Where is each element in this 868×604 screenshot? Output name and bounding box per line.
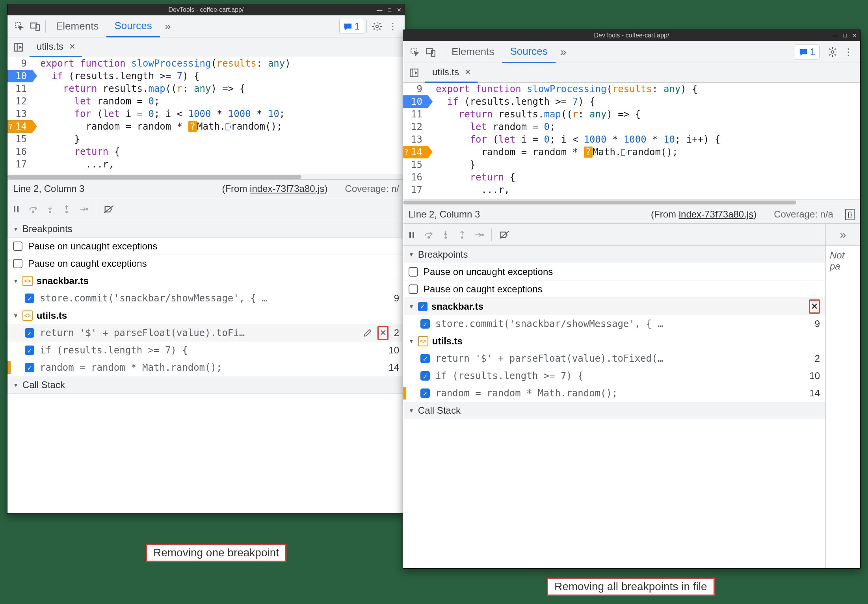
- code-content[interactable]: export function slowProcessing(results: …: [32, 57, 291, 174]
- breakpoint-group-utils[interactable]: ▼ <> utils.ts: [7, 307, 405, 324]
- tab-sources[interactable]: Sources: [106, 15, 160, 37]
- device-toggle-icon[interactable]: [27, 19, 43, 34]
- navigator-toggle-icon[interactable]: [406, 65, 422, 81]
- breakpoint-item[interactable]: ✓ if (results.length >= 7) { 10: [403, 367, 825, 385]
- close-tab-icon[interactable]: ✕: [465, 67, 471, 77]
- svg-point-28: [461, 237, 463, 238]
- file-tab-utils[interactable]: utils.ts ✕: [30, 37, 82, 57]
- minimize-icon[interactable]: —: [833, 32, 838, 39]
- callstack-section-header[interactable]: ▼ Call Stack: [403, 402, 825, 419]
- svg-point-3: [376, 25, 379, 28]
- more-icon[interactable]: »: [826, 224, 860, 246]
- breakpoint-item[interactable]: ✓ store.commit('snackbar/showMessage', {…: [403, 315, 825, 333]
- settings-icon[interactable]: [825, 44, 840, 60]
- pause-icon[interactable]: [407, 230, 416, 240]
- breakpoint-group-snackbar-hovered[interactable]: ▼ ✓ snackbar.ts ✕: [403, 298, 825, 315]
- breakpoint-item-hovered[interactable]: ✓ return '$' + parseFloat(value).toFi… ✕…: [7, 324, 405, 342]
- pause-caught-row[interactable]: Pause on caught exceptions: [7, 255, 405, 272]
- tab-elements[interactable]: Elements: [48, 15, 106, 37]
- inspect-icon[interactable]: [11, 19, 27, 34]
- inline-breakpoint-q-icon[interactable]: ?: [584, 147, 593, 158]
- gutter[interactable]: 9 10 11 12 13 ?14 15 16 17: [7, 57, 32, 174]
- close-icon[interactable]: ✕: [852, 32, 857, 39]
- step-icon[interactable]: [78, 204, 89, 214]
- kebab-menu-icon[interactable]: ⋮: [840, 44, 856, 60]
- inline-breakpoint-icon[interactable]: [225, 123, 231, 130]
- breakpoint-item[interactable]: ✓ random = random * Math.random(); 14: [7, 359, 405, 376]
- checkbox-checked-icon[interactable]: ✓: [420, 388, 430, 398]
- checkbox-unchecked-icon[interactable]: [13, 259, 22, 268]
- checkbox-checked-icon[interactable]: ✓: [25, 363, 34, 372]
- checkbox-checked-icon[interactable]: ✓: [420, 319, 430, 329]
- settings-icon[interactable]: [369, 19, 385, 34]
- pause-icon[interactable]: [11, 204, 21, 214]
- step-out-icon[interactable]: [62, 204, 71, 214]
- horizontal-scrollbar[interactable]: [403, 199, 860, 205]
- main-toolbar: Elements Sources » 1 ⋮: [7, 15, 405, 37]
- horizontal-scrollbar[interactable]: [7, 174, 405, 179]
- device-toggle-icon[interactable]: [423, 44, 439, 60]
- remove-all-breakpoints-button[interactable]: ✕: [809, 299, 820, 314]
- breakpoint-item[interactable]: ✓ if (results.length >= 7) { 10: [7, 342, 405, 359]
- breakpoint-group-utils[interactable]: ▼ <> utils.ts: [403, 333, 825, 350]
- step-over-icon[interactable]: [28, 204, 38, 214]
- step-into-icon[interactable]: [45, 204, 55, 214]
- checkbox-checked-icon[interactable]: ✓: [420, 354, 430, 363]
- console-messages-badge[interactable]: 1: [795, 45, 820, 59]
- maximize-icon[interactable]: □: [388, 7, 391, 13]
- remove-breakpoint-button[interactable]: ✕: [377, 326, 388, 340]
- checkbox-checked-icon[interactable]: ✓: [25, 294, 34, 303]
- checkbox-checked-icon[interactable]: ✓: [418, 302, 427, 311]
- file-tab-utils[interactable]: utils.ts ✕: [425, 63, 478, 83]
- pause-uncaught-row[interactable]: Pause on uncaught exceptions: [7, 238, 405, 255]
- typescript-file-icon: <>: [418, 336, 428, 346]
- breakpoints-section-header[interactable]: ▼ Breakpoints: [7, 220, 405, 238]
- pause-caught-row[interactable]: Pause on caught exceptions: [403, 281, 825, 298]
- debugger-toolbar: [7, 198, 405, 220]
- close-icon[interactable]: ✕: [397, 7, 401, 13]
- minimize-icon[interactable]: —: [377, 7, 383, 13]
- source-map-from[interactable]: (From index-73f73a80.js): [222, 183, 327, 194]
- checkbox-checked-icon[interactable]: ✓: [25, 328, 34, 338]
- source-map-from[interactable]: (From index-73f73a80.js): [651, 209, 756, 220]
- checkbox-checked-icon[interactable]: ✓: [420, 371, 430, 381]
- checkbox-checked-icon[interactable]: ✓: [25, 346, 34, 355]
- svg-point-30: [482, 234, 483, 235]
- close-tab-icon[interactable]: ✕: [69, 42, 76, 51]
- breakpoints-section-header[interactable]: ▼ Breakpoints: [403, 246, 825, 263]
- edit-breakpoint-icon[interactable]: [363, 329, 372, 337]
- maximize-icon[interactable]: □: [844, 32, 847, 39]
- step-out-icon[interactable]: [457, 230, 467, 240]
- step-into-icon[interactable]: [441, 230, 450, 240]
- caret-down-icon: ▼: [13, 226, 19, 232]
- more-tabs-icon[interactable]: »: [160, 19, 176, 34]
- code-editor[interactable]: 9 10 11 12 13 ?14 15 16 17 export functi…: [403, 83, 860, 199]
- breakpoint-item[interactable]: ✓ store.commit('snackbar/showMessage', {…: [7, 290, 405, 307]
- gutter[interactable]: 9 10 11 12 13 ?14 15 16 17: [403, 83, 428, 199]
- checkbox-unchecked-icon[interactable]: [13, 242, 22, 251]
- inline-breakpoint-icon[interactable]: [621, 149, 626, 156]
- breakpoint-item[interactable]: ✓ return '$' + parseFloat(value).toFixed…: [403, 350, 825, 367]
- more-tabs-icon[interactable]: »: [556, 44, 571, 60]
- pretty-print-icon[interactable]: {}: [845, 209, 855, 220]
- pause-uncaught-row[interactable]: Pause on uncaught exceptions: [403, 263, 825, 281]
- step-over-icon[interactable]: [424, 230, 434, 240]
- breakpoint-group-snackbar[interactable]: ▼ <> snackbar.ts: [7, 272, 405, 290]
- window-title: DevTools - coffee-cart.app/: [594, 32, 669, 39]
- console-messages-badge[interactable]: 1: [339, 19, 364, 34]
- code-content[interactable]: export function slowProcessing(results: …: [428, 83, 721, 199]
- checkbox-unchecked-icon[interactable]: [409, 284, 418, 294]
- code-editor[interactable]: 9 10 11 12 13 ?14 15 16 17 export functi…: [7, 57, 405, 174]
- tab-sources[interactable]: Sources: [502, 41, 555, 63]
- inline-breakpoint-q-icon[interactable]: ?: [188, 121, 197, 132]
- deactivate-breakpoints-icon[interactable]: [499, 229, 510, 240]
- checkbox-unchecked-icon[interactable]: [409, 267, 418, 277]
- deactivate-breakpoints-icon[interactable]: [103, 204, 114, 215]
- inspect-icon[interactable]: [407, 44, 423, 60]
- kebab-menu-icon[interactable]: ⋮: [385, 19, 401, 34]
- tab-elements[interactable]: Elements: [444, 41, 502, 63]
- breakpoint-item[interactable]: ✓ random = random * Math.random(); 14: [403, 385, 825, 402]
- step-icon[interactable]: [474, 230, 484, 240]
- navigator-toggle-icon[interactable]: [11, 39, 26, 55]
- callstack-section-header[interactable]: ▼ Call Stack: [7, 376, 405, 394]
